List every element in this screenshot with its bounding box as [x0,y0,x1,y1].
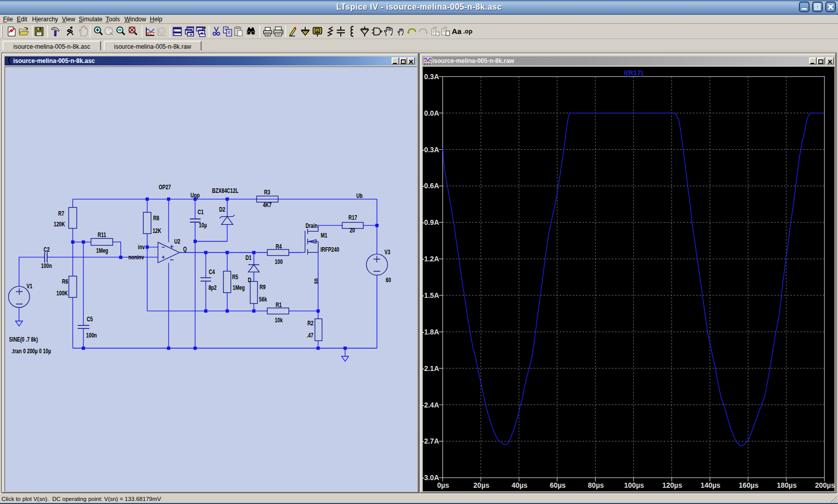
svg-text:120K: 120K [54,221,66,228]
svg-text:V1: V1 [26,283,33,290]
svg-text:.tran 0 200µ 0 10µ: .tran 0 200µ 0 10µ [12,348,51,355]
svg-text:60µs: 60µs [550,481,566,489]
svg-text:Ub: Ub [357,192,363,199]
svg-text:R11: R11 [98,231,106,239]
svg-text:20: 20 [350,227,356,234]
svg-text:R1: R1 [276,301,282,309]
svg-text:-3.0A: -3.0A [423,474,439,482]
svg-text:noninv: noninv [128,254,144,261]
svg-text:12K: 12K [152,227,161,234]
svg-text:1Meg: 1Meg [233,284,245,291]
svg-text:R7: R7 [58,210,65,217]
svg-text:inv: inv [138,244,145,251]
svg-text:M1: M1 [321,232,328,239]
svg-text:-0.6A: -0.6A [423,182,439,190]
svg-text:D1: D1 [245,254,251,261]
svg-text:0.0A: 0.0A [424,109,439,117]
svg-text:BZX84C12L: BZX84C12L [212,187,239,194]
svg-text:-2.4A: -2.4A [423,401,439,409]
svg-text:Uop: Uop [190,192,200,199]
svg-text:-2.1A: -2.1A [423,364,439,373]
svg-text:-1.5A: -1.5A [423,291,439,299]
svg-text:60: 60 [386,277,392,284]
svg-text:R17: R17 [348,214,357,221]
svg-text:D: D [248,277,251,284]
svg-text:100n: 100n [41,262,52,270]
svg-text:sn: sn [312,279,319,284]
svg-text:100µs: 100µs [624,481,644,489]
svg-text:R3: R3 [264,189,270,196]
svg-text:-1.8A: -1.8A [423,328,439,336]
svg-text:0µs: 0µs [437,481,449,489]
svg-text:10µ: 10µ [199,222,207,229]
svg-text:-0.3A: -0.3A [423,146,439,154]
svg-text:8p2: 8p2 [208,284,216,291]
svg-text:R6: R6 [62,278,68,285]
svg-text:-2.7A: -2.7A [423,437,439,445]
svg-text:100K: 100K [56,290,68,297]
svg-text:R8: R8 [153,215,159,222]
svg-text:A: A [315,28,319,34]
svg-text:140µs: 140µs [700,481,720,489]
svg-text:D2: D2 [219,206,225,213]
svg-text:160µs: 160µs [738,481,758,489]
svg-text:.op: .op [463,28,472,35]
svg-text:C4: C4 [209,268,215,276]
svg-text:.47: .47 [307,332,313,339]
svg-text:C1: C1 [198,209,204,216]
svg-text:R9: R9 [260,284,266,291]
svg-text:R4: R4 [276,243,282,250]
svg-text:-0.9A: -0.9A [423,218,439,226]
svg-text:180µs: 180µs [777,481,796,489]
svg-text:R5: R5 [232,274,238,281]
svg-text:R2: R2 [307,320,313,327]
svg-text:56k: 56k [259,296,267,303]
svg-text:IRFP240: IRFP240 [320,246,339,253]
svg-text:1Meg: 1Meg [96,247,108,254]
svg-text:4K7: 4K7 [263,201,272,209]
svg-text:-1.2A: -1.2A [423,255,439,263]
svg-text:SINE(0 .7 8k): SINE(0 .7 8k) [9,336,38,343]
svg-text:20µs: 20µs [473,481,490,489]
svg-text:V3: V3 [384,249,391,256]
svg-text:0.3A: 0.3A [424,73,439,81]
svg-text:100: 100 [275,258,283,265]
svg-text:100n: 100n [86,332,97,339]
svg-text:OP27: OP27 [159,184,171,191]
svg-text:U2: U2 [174,238,180,245]
svg-text:80µs: 80µs [588,481,604,489]
svg-text:C5: C5 [87,316,93,323]
svg-text:40µs: 40µs [511,481,528,489]
svg-text:Q: Q [183,246,186,253]
svg-text:Drain: Drain [305,222,317,229]
svg-text:10k: 10k [275,317,283,324]
svg-text:Aa: Aa [452,27,462,36]
svg-text:C2: C2 [44,246,50,253]
svg-text:200µs: 200µs [815,481,834,489]
svg-text:120µs: 120µs [662,481,682,489]
svg-text:I(R17): I(R17) [624,69,643,77]
